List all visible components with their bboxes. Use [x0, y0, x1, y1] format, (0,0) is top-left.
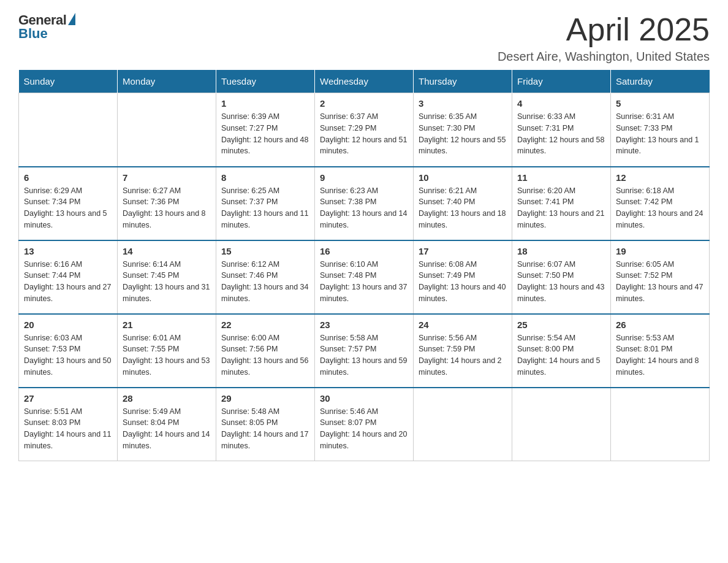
day-info: Sunrise: 6:31 AMSunset: 7:33 PMDaylight:…: [616, 111, 704, 157]
calendar-day-cell: 21Sunrise: 6:01 AMSunset: 7:55 PMDayligh…: [118, 314, 216, 388]
col-monday: Monday: [118, 70, 216, 93]
calendar-day-cell: 11Sunrise: 6:20 AMSunset: 7:41 PMDayligh…: [512, 167, 611, 240]
calendar-day-cell: [512, 388, 611, 461]
day-info: Sunrise: 6:12 AMSunset: 7:46 PMDaylight:…: [221, 259, 309, 305]
calendar-day-cell: 27Sunrise: 5:51 AMSunset: 8:03 PMDayligh…: [19, 388, 118, 461]
day-number: 23: [320, 320, 408, 330]
col-saturday: Saturday: [611, 70, 710, 93]
day-info: Sunrise: 5:54 AMSunset: 8:00 PMDaylight:…: [517, 332, 605, 378]
day-number: 21: [123, 320, 211, 330]
day-info: Sunrise: 6:05 AMSunset: 7:52 PMDaylight:…: [616, 259, 704, 305]
calendar-week-row: 13Sunrise: 6:16 AMSunset: 7:44 PMDayligh…: [19, 240, 710, 314]
day-info: Sunrise: 6:16 AMSunset: 7:44 PMDaylight:…: [24, 259, 112, 305]
calendar-day-cell: 9Sunrise: 6:23 AMSunset: 7:38 PMDaylight…: [315, 167, 414, 240]
col-friday: Friday: [512, 70, 611, 93]
title-section: April 2025 Desert Aire, Washington, Unit…: [498, 12, 710, 64]
logo-triangle-icon: [68, 13, 75, 25]
day-info: Sunrise: 5:46 AMSunset: 8:07 PMDaylight:…: [320, 406, 408, 452]
day-info: Sunrise: 6:21 AMSunset: 7:40 PMDaylight:…: [419, 185, 507, 231]
day-info: Sunrise: 6:18 AMSunset: 7:42 PMDaylight:…: [616, 185, 704, 231]
calendar-day-cell: 7Sunrise: 6:27 AMSunset: 7:36 PMDaylight…: [118, 167, 216, 240]
calendar-header-row: Sunday Monday Tuesday Wednesday Thursday…: [19, 70, 710, 93]
day-number: 15: [221, 246, 309, 256]
day-info: Sunrise: 5:51 AMSunset: 8:03 PMDaylight:…: [24, 406, 112, 452]
day-info: Sunrise: 6:07 AMSunset: 7:50 PMDaylight:…: [517, 259, 605, 305]
calendar-day-cell: 28Sunrise: 5:49 AMSunset: 8:04 PMDayligh…: [118, 388, 216, 461]
day-info: Sunrise: 6:14 AMSunset: 7:45 PMDaylight:…: [123, 259, 211, 305]
calendar-day-cell: 29Sunrise: 5:48 AMSunset: 8:05 PMDayligh…: [216, 388, 315, 461]
calendar-day-cell: 4Sunrise: 6:33 AMSunset: 7:31 PMDaylight…: [512, 93, 611, 167]
day-number: 22: [221, 320, 309, 330]
day-info: Sunrise: 6:37 AMSunset: 7:29 PMDaylight:…: [320, 111, 408, 157]
day-info: Sunrise: 5:48 AMSunset: 8:05 PMDaylight:…: [221, 406, 309, 452]
calendar-day-cell: 3Sunrise: 6:35 AMSunset: 7:30 PMDaylight…: [414, 93, 512, 167]
col-sunday: Sunday: [19, 70, 118, 93]
day-number: 30: [320, 393, 408, 404]
day-number: 24: [419, 320, 507, 330]
day-info: Sunrise: 6:35 AMSunset: 7:30 PMDaylight:…: [419, 111, 507, 157]
day-number: 8: [221, 172, 309, 183]
calendar-day-cell: [611, 388, 710, 461]
day-number: 20: [24, 320, 112, 330]
calendar-week-row: 20Sunrise: 6:03 AMSunset: 7:53 PMDayligh…: [19, 314, 710, 388]
day-number: 17: [419, 246, 507, 256]
day-number: 1: [221, 98, 309, 109]
col-tuesday: Tuesday: [216, 70, 315, 93]
calendar-day-cell: 30Sunrise: 5:46 AMSunset: 8:07 PMDayligh…: [315, 388, 414, 461]
location-subtitle: Desert Aire, Washington, United States: [498, 50, 710, 64]
day-info: Sunrise: 6:39 AMSunset: 7:27 PMDaylight:…: [221, 111, 309, 157]
calendar-day-cell: 18Sunrise: 6:07 AMSunset: 7:50 PMDayligh…: [512, 240, 611, 314]
calendar-day-cell: 25Sunrise: 5:54 AMSunset: 8:00 PMDayligh…: [512, 314, 611, 388]
calendar-day-cell: 15Sunrise: 6:12 AMSunset: 7:46 PMDayligh…: [216, 240, 315, 314]
calendar-day-cell: 22Sunrise: 6:00 AMSunset: 7:56 PMDayligh…: [216, 314, 315, 388]
day-number: 10: [419, 172, 507, 183]
day-info: Sunrise: 6:03 AMSunset: 7:53 PMDaylight:…: [24, 332, 112, 378]
calendar-day-cell: 17Sunrise: 6:08 AMSunset: 7:49 PMDayligh…: [414, 240, 512, 314]
col-thursday: Thursday: [414, 70, 512, 93]
calendar-day-cell: 23Sunrise: 5:58 AMSunset: 7:57 PMDayligh…: [315, 314, 414, 388]
day-number: 7: [123, 172, 211, 183]
day-info: Sunrise: 5:53 AMSunset: 8:01 PMDaylight:…: [616, 332, 704, 378]
calendar-day-cell: 19Sunrise: 6:05 AMSunset: 7:52 PMDayligh…: [611, 240, 710, 314]
calendar-day-cell: 5Sunrise: 6:31 AMSunset: 7:33 PMDaylight…: [611, 93, 710, 167]
calendar-week-row: 1Sunrise: 6:39 AMSunset: 7:27 PMDaylight…: [19, 93, 710, 167]
calendar-day-cell: 14Sunrise: 6:14 AMSunset: 7:45 PMDayligh…: [118, 240, 216, 314]
day-number: 12: [616, 172, 704, 183]
calendar-table: Sunday Monday Tuesday Wednesday Thursday…: [18, 70, 710, 461]
day-number: 2: [320, 98, 408, 109]
day-number: 19: [616, 246, 704, 256]
page-header: General Blue April 2025 Desert Aire, Was…: [18, 12, 710, 64]
day-info: Sunrise: 5:49 AMSunset: 8:04 PMDaylight:…: [123, 406, 211, 452]
day-info: Sunrise: 6:00 AMSunset: 7:56 PMDaylight:…: [221, 332, 309, 378]
day-info: Sunrise: 6:27 AMSunset: 7:36 PMDaylight:…: [123, 185, 211, 231]
calendar-week-row: 27Sunrise: 5:51 AMSunset: 8:03 PMDayligh…: [19, 388, 710, 461]
day-number: 3: [419, 98, 507, 109]
day-number: 5: [616, 98, 704, 109]
day-number: 4: [517, 98, 605, 109]
calendar-day-cell: 24Sunrise: 5:56 AMSunset: 7:59 PMDayligh…: [414, 314, 512, 388]
day-number: 29: [221, 393, 309, 404]
day-info: Sunrise: 6:29 AMSunset: 7:34 PMDaylight:…: [24, 185, 112, 231]
calendar-day-cell: 8Sunrise: 6:25 AMSunset: 7:37 PMDaylight…: [216, 167, 315, 240]
calendar-day-cell: [414, 388, 512, 461]
logo-blue-text: Blue: [18, 26, 48, 42]
day-info: Sunrise: 6:08 AMSunset: 7:49 PMDaylight:…: [419, 259, 507, 305]
day-info: Sunrise: 6:10 AMSunset: 7:48 PMDaylight:…: [320, 259, 408, 305]
calendar-day-cell: [19, 93, 118, 167]
calendar-day-cell: 2Sunrise: 6:37 AMSunset: 7:29 PMDaylight…: [315, 93, 414, 167]
calendar-day-cell: 16Sunrise: 6:10 AMSunset: 7:48 PMDayligh…: [315, 240, 414, 314]
calendar-day-cell: 26Sunrise: 5:53 AMSunset: 8:01 PMDayligh…: [611, 314, 710, 388]
day-number: 26: [616, 320, 704, 330]
calendar-day-cell: 13Sunrise: 6:16 AMSunset: 7:44 PMDayligh…: [19, 240, 118, 314]
calendar-day-cell: 12Sunrise: 6:18 AMSunset: 7:42 PMDayligh…: [611, 167, 710, 240]
day-info: Sunrise: 6:33 AMSunset: 7:31 PMDaylight:…: [517, 111, 605, 157]
col-wednesday: Wednesday: [315, 70, 414, 93]
day-number: 16: [320, 246, 408, 256]
month-title: April 2025: [498, 12, 710, 47]
day-number: 25: [517, 320, 605, 330]
day-number: 6: [24, 172, 112, 183]
calendar-week-row: 6Sunrise: 6:29 AMSunset: 7:34 PMDaylight…: [19, 167, 710, 240]
day-number: 13: [24, 246, 112, 256]
day-info: Sunrise: 6:20 AMSunset: 7:41 PMDaylight:…: [517, 185, 605, 231]
day-number: 28: [123, 393, 211, 404]
